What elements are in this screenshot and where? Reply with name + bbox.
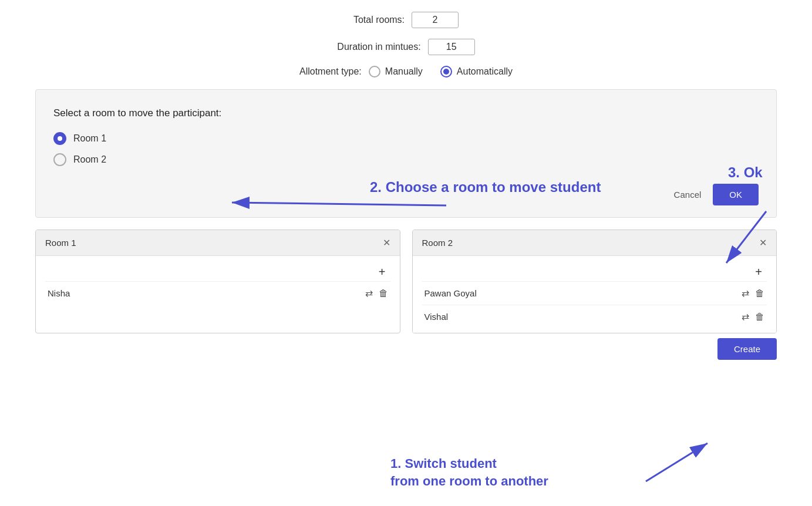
manually-radio-circle[interactable]	[369, 66, 380, 77]
duration-label: Duration in mintues:	[337, 42, 420, 52]
cancel-button[interactable]: Cancel	[674, 190, 702, 200]
room1-header: Room 1 ✕	[36, 230, 400, 256]
pawan-actions: ⇄ 🗑	[742, 288, 764, 299]
total-rooms-row: Total rooms:	[353, 12, 459, 28]
nisha-switch-icon[interactable]: ⇄	[365, 288, 373, 299]
room2-body: + Pawan Goyal ⇄ 🗑 Vishal ⇄ 🗑	[413, 256, 777, 333]
room2-radio[interactable]	[53, 153, 66, 166]
pawan-name: Pawan Goyal	[424, 288, 477, 298]
room2-name: Room 2	[422, 238, 453, 248]
room1-radio[interactable]	[53, 132, 66, 145]
move-participant-dialog: Select a room to move the participant: R…	[35, 89, 777, 218]
vishal-actions: ⇄ 🗑	[742, 311, 764, 322]
duration-row: Duration in mintues:	[337, 39, 474, 55]
room2-option-label: Room 2	[73, 154, 106, 165]
duration-input[interactable]	[428, 39, 475, 55]
room1-add-icon[interactable]: +	[45, 261, 390, 281]
automatically-radio-inner	[443, 69, 449, 75]
dialog-room-1-option[interactable]: Room 1	[53, 132, 759, 145]
room1-option-label: Room 1	[73, 133, 106, 144]
form-area: Total rooms: Duration in mintues: Allotm…	[0, 0, 812, 83]
vishal-row: Vishal ⇄ 🗑	[422, 305, 767, 328]
allotment-automatically-option[interactable]: Automatically	[440, 66, 513, 77]
create-button[interactable]: Create	[717, 338, 777, 360]
dialog-title: Select a room to move the participant:	[53, 107, 759, 119]
ok-button[interactable]: OK	[713, 184, 759, 205]
nisha-row: Nisha ⇄ 🗑	[45, 281, 390, 305]
manually-label: Manually	[385, 66, 423, 77]
total-rooms-label: Total rooms:	[353, 15, 405, 25]
room1-name: Room 1	[45, 238, 76, 248]
svg-line-3	[646, 443, 707, 481]
room2-add-icon[interactable]: +	[422, 261, 767, 281]
room1-body: + Nisha ⇄ 🗑	[36, 256, 400, 326]
automatically-label: Automatically	[457, 66, 513, 77]
create-btn-area: Create	[35, 338, 777, 360]
room2-close-icon[interactable]: ✕	[759, 237, 767, 248]
pawan-switch-icon[interactable]: ⇄	[742, 288, 749, 299]
vishal-delete-icon[interactable]: 🗑	[755, 312, 764, 322]
dialog-actions: Cancel OK	[53, 184, 759, 205]
allotment-radio-group: Manually Automatically	[369, 66, 513, 77]
pawan-delete-icon[interactable]: 🗑	[755, 288, 764, 299]
nisha-delete-icon[interactable]: 🗑	[379, 288, 388, 299]
nisha-actions: ⇄ 🗑	[365, 288, 388, 299]
room1-close-icon[interactable]: ✕	[383, 237, 390, 248]
annotation-1-text: 1. Switch student from one room to anoth…	[390, 455, 548, 490]
dialog-rooms-list: Room 1 Room 2	[53, 132, 759, 166]
vishal-switch-icon[interactable]: ⇄	[742, 311, 749, 322]
automatically-radio-circle[interactable]	[440, 66, 452, 77]
allotment-manually-option[interactable]: Manually	[369, 66, 423, 77]
allotment-label: Allotment type:	[299, 66, 362, 77]
pawan-row: Pawan Goyal ⇄ 🗑	[422, 281, 767, 305]
room2-header: Room 2 ✕	[413, 230, 777, 256]
allotment-row: Allotment type: Manually Automatically	[299, 66, 513, 77]
room2-card: Room 2 ✕ + Pawan Goyal ⇄ 🗑 Vishal ⇄ 🗑	[412, 230, 777, 333]
nisha-name: Nisha	[48, 288, 70, 298]
dialog-room-2-option[interactable]: Room 2	[53, 153, 759, 166]
vishal-name: Vishal	[424, 312, 449, 322]
rooms-section: Room 1 ✕ + Nisha ⇄ 🗑 Room 2 ✕ + Pawan Go…	[35, 230, 777, 333]
total-rooms-input[interactable]	[412, 12, 459, 28]
room1-card: Room 1 ✕ + Nisha ⇄ 🗑	[35, 230, 400, 333]
